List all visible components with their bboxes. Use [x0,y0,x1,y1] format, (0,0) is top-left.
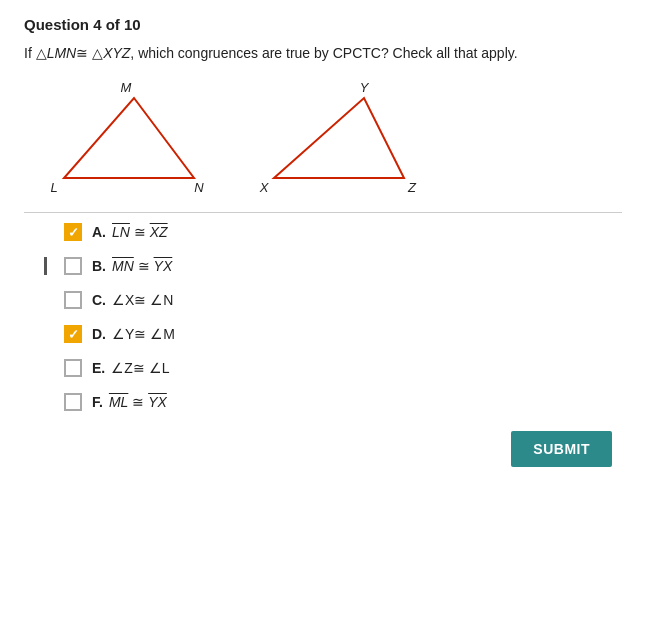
svg-text:X: X [259,180,270,195]
option-d-content: ∠Y≅ ∠M [112,326,175,342]
triangles-area: M L N Y X Z [24,78,622,198]
triangle-xyz: Y X Z [264,78,414,198]
option-e[interactable]: E. ∠Z≅ ∠L [64,359,622,377]
option-b-content: MN ≅ YX [112,258,172,274]
svg-text:Z: Z [407,180,417,195]
checkbox-f[interactable] [64,393,82,411]
checkbox-e[interactable] [64,359,82,377]
svg-text:M: M [121,80,132,95]
option-d-label: D. [92,326,106,342]
option-d[interactable]: D. ∠Y≅ ∠M [64,325,622,343]
checkbox-b[interactable] [64,257,82,275]
divider [24,212,622,213]
option-b-accent [44,257,47,275]
checkbox-d[interactable] [64,325,82,343]
triangle-lmn: M L N [54,78,204,198]
option-e-label: E. [92,360,105,376]
svg-text:N: N [194,180,204,195]
svg-marker-0 [64,98,194,178]
svg-text:L: L [50,180,57,195]
option-c-label: C. [92,292,106,308]
option-f[interactable]: F. ML ≅ YX [64,393,622,411]
option-b[interactable]: B. MN ≅ YX [64,257,622,275]
submit-row: SUBMIT [24,431,622,467]
submit-button[interactable]: SUBMIT [511,431,612,467]
question-number: Question 4 of 10 [24,16,141,33]
checkbox-a[interactable] [64,223,82,241]
option-a[interactable]: A. LN ≅ XZ [64,223,622,241]
option-a-content: LN ≅ XZ [112,224,168,240]
question-header: Question 4 of 10 [24,16,622,33]
svg-marker-4 [274,98,404,178]
option-f-content: ML ≅ YX [109,394,167,410]
option-e-content: ∠Z≅ ∠L [111,360,169,376]
checkbox-c[interactable] [64,291,82,309]
option-c-content: ∠X≅ ∠N [112,292,173,308]
svg-text:Y: Y [360,80,370,95]
option-a-label: A. [92,224,106,240]
option-b-label: B. [92,258,106,274]
options-list: A. LN ≅ XZ B. MN ≅ YX C. ∠X≅ ∠N D. ∠Y≅ ∠… [64,223,622,411]
option-f-label: F. [92,394,103,410]
option-c[interactable]: C. ∠X≅ ∠N [64,291,622,309]
question-text: If △LMN≅ △XYZ, which congruences are tru… [24,43,622,64]
